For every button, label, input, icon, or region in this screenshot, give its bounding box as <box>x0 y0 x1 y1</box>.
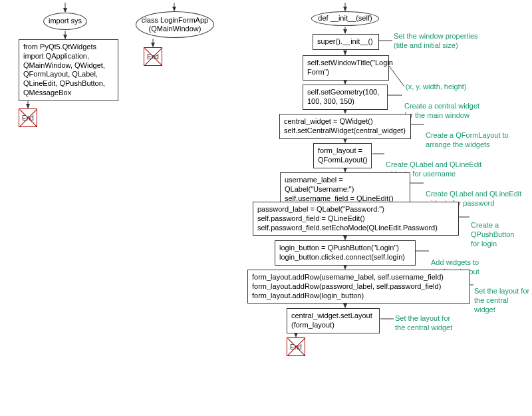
end-node-col2: End <box>144 47 162 66</box>
box-login-button: login_button = QPushButton("Login") logi… <box>275 240 416 266</box>
label: End <box>290 343 302 351</box>
label: Create a central widget for the main win… <box>404 102 479 119</box>
box-form-layout: form_layout = QFormLayout() <box>313 143 372 168</box>
box-central-widget: central_widget = QWidget() self.setCentr… <box>279 114 411 139</box>
start-node-init: def __init__(self) <box>311 11 379 26</box>
svg-line-18 <box>389 66 404 87</box>
label: central_widget.setLayout (form_layout) <box>291 312 372 329</box>
box-addrows: form_layout.addRow(username_label, self.… <box>247 270 470 304</box>
label: (x, y, width, height) <box>406 83 467 91</box>
comment-button: Create a QPushButton for login <box>471 221 531 248</box>
label: central_widget = QWidget() self.setCentr… <box>284 117 406 134</box>
label: Set the layout for the central widget <box>395 314 452 331</box>
comment-set-central: Set the layout for the central widget <box>395 314 452 333</box>
box-set-title: self.setWindowTitle("Login Form") <box>303 55 389 81</box>
box-setlayout: central_widget.setLayout (form_layout) <box>287 308 380 333</box>
label: password_label = QLabel("Password:") sel… <box>257 205 438 232</box>
box-pyqt-imports: from PyQt5.QtWidgets import QApplication… <box>19 39 118 101</box>
comment-window-props: Set the window properties (title and ini… <box>394 32 478 51</box>
label: import sys <box>49 17 82 25</box>
box-password: password_label = QLabel("Password:") sel… <box>253 202 459 236</box>
label: login_button = QPushButton("Login") logi… <box>279 244 405 261</box>
label: End <box>22 114 34 122</box>
end-node-col3: End <box>287 337 305 356</box>
label: def __init__(self) <box>318 14 372 23</box>
start-node-import-sys: import sys <box>43 13 87 30</box>
box-super-init: super().__init__() <box>313 34 379 50</box>
label: form_layout = QFormLayout() <box>318 146 368 164</box>
label: End <box>147 53 159 61</box>
label: from PyQt5.QtWidgets import QApplication… <box>23 43 105 97</box>
label: Set the window properties (title and ini… <box>394 32 478 49</box>
box-set-geometry: self.setGeometry(100, 100, 300, 150) <box>303 85 388 110</box>
label: super().__init__() <box>317 37 373 45</box>
start-node-class: class LoginFormApp (QMainWindow) <box>136 11 214 38</box>
label: class LoginFormApp (QMainWindow) <box>142 16 208 33</box>
label: self.setWindowTitle("Login Form") <box>307 59 393 76</box>
label: Create a QPushButton for login <box>471 221 514 248</box>
label: self.setGeometry(100, 100, 300, 150) <box>307 88 379 105</box>
label: Set the layout for the central widget <box>474 287 529 313</box>
comment-central-widget: Create a central widget for the main win… <box>404 102 479 120</box>
comment-setlayout: Set the layout for the central widget <box>474 287 531 314</box>
comment-formlayout: Create a QFormLayout to arrange the widg… <box>426 131 509 150</box>
comment-xywh: (x, y, width, height) <box>406 83 467 92</box>
label: form_layout.addRow(username_label, self.… <box>252 273 444 300</box>
label: username_label = QLabel("Username:") sel… <box>285 176 394 202</box>
label: Create a QFormLayout to arrange the widg… <box>426 131 509 148</box>
end-node-col1: End <box>19 108 37 127</box>
